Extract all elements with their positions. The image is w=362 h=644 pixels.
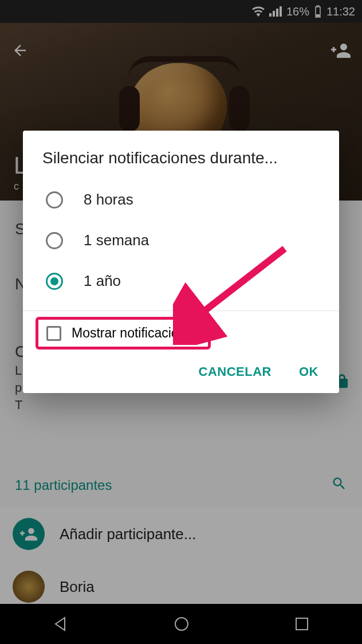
divider bbox=[23, 311, 339, 311]
screen: 16% 11:32 ListenToThis/ c S N C L p T bbox=[0, 0, 362, 644]
mute-option-1y[interactable]: 1 año bbox=[23, 261, 339, 301]
ok-button[interactable]: OK bbox=[299, 364, 318, 379]
radio-icon bbox=[46, 191, 63, 209]
cancel-button[interactable]: CANCELAR bbox=[199, 364, 272, 379]
radio-selected-icon bbox=[46, 273, 63, 290]
radio-icon bbox=[46, 232, 63, 249]
mute-options: 8 horas 1 semana 1 año bbox=[23, 178, 339, 303]
checkbox-label: Mostrar notificaciones bbox=[72, 325, 200, 341]
mute-option-1w[interactable]: 1 semana bbox=[23, 220, 339, 261]
option-label: 1 año bbox=[84, 272, 121, 290]
checkbox-icon bbox=[46, 326, 61, 341]
option-label: 8 horas bbox=[84, 191, 133, 209]
option-label: 1 semana bbox=[84, 231, 149, 249]
dialog-actions: CANCELAR OK bbox=[23, 354, 339, 386]
show-notifications-checkbox[interactable]: Mostrar notificaciones bbox=[36, 317, 211, 350]
dialog-title: Silenciar notificaciones durante... bbox=[42, 148, 320, 168]
mute-dialog: Silenciar notificaciones durante... 8 ho… bbox=[23, 131, 339, 393]
mute-option-8h[interactable]: 8 horas bbox=[23, 179, 339, 220]
